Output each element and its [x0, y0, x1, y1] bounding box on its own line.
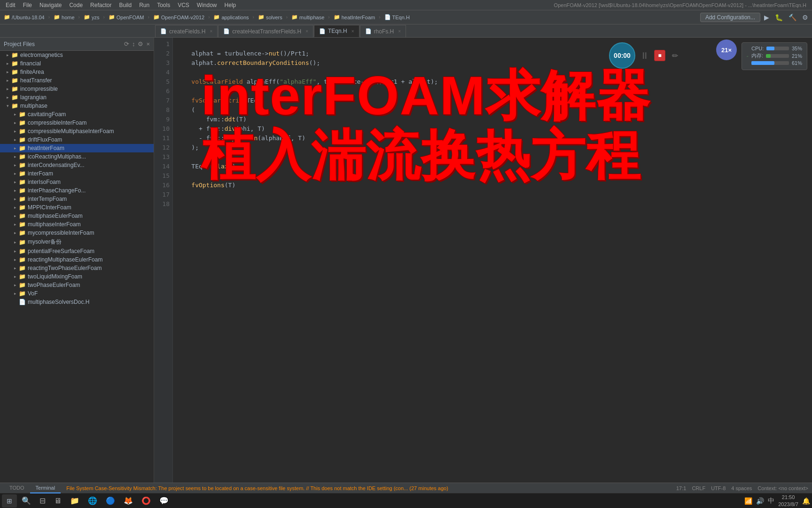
tree-item-compressibleinterfoam[interactable]: ▸ 📁 compressibleInterFoam — [0, 119, 154, 127]
taskbar-app-messaging[interactable]: 💬 — [156, 494, 172, 508]
tree-arrow: ▸ — [4, 87, 11, 91]
tree-item-mysolver备份[interactable]: ▸ 📁 mysolver备份 — [0, 237, 154, 247]
breadcrumb-home[interactable]: 📁 home — [52, 13, 77, 21]
tab-rhofs[interactable]: 📄 rhoFs.H × — [360, 25, 406, 37]
taskbar-search[interactable]: 🔍 — [18, 494, 35, 508]
start-button[interactable]: ⊞ — [2, 494, 17, 508]
taskbar-app-explorer[interactable]: 📁 — [66, 494, 83, 508]
breadcrumb-teqn[interactable]: 📄 TEqn.H — [383, 13, 412, 21]
breadcrumb-openfoam-v2012[interactable]: 📁 OpenFOAM-v2012 — [151, 13, 206, 21]
tree-item-multiphase[interactable]: ▾ 📁 multiphase — [0, 102, 154, 110]
code-area[interactable]: alphat = turbulence->nut()/Prt1; alphat.… — [173, 38, 812, 483]
tree-item-multiphasesolversdoc.h[interactable]: 📄 multiphaseSolversDoc.H — [0, 298, 154, 306]
file-icon: 📄 — [384, 14, 391, 20]
tree-item-driftfluxfoam[interactable]: ▸ 📁 driftFluxFoam — [0, 135, 154, 144]
tree-item-intercondensatingev...[interactable]: ▸ 📁 interCondensatingEv... — [0, 161, 154, 169]
tab-createfields[interactable]: 📄 createFields.H × — [155, 25, 218, 37]
add-configuration-button[interactable]: Add Configuration... — [700, 13, 760, 22]
settings-button[interactable]: ⚙ — [800, 13, 810, 22]
timer-pause-button[interactable]: ⏸ — [639, 50, 650, 61]
tree-item-interisofoam[interactable]: ▸ 📁 interIsoFoam — [0, 178, 154, 186]
tree-item-heatinterfoam[interactable]: ▸ 📁 heatInterFoam — [0, 144, 154, 152]
menu-refactor[interactable]: Refactor — [86, 2, 115, 8]
tree-item-multiphaseeulerfoam[interactable]: ▸ 📁 multiphaseEulerFoam — [0, 212, 154, 220]
tree-item-label: mycompressibleInterFoam — [28, 230, 94, 236]
menu-help[interactable]: Help — [221, 2, 240, 8]
tree-item-financial[interactable]: ▸ 📁 financial — [0, 59, 154, 68]
menu-file[interactable]: File — [19, 2, 36, 8]
menu-edit[interactable]: Edit — [2, 2, 19, 8]
bottom-tabs-bar: TODO Terminal File System Case-Sensitivi… — [0, 483, 812, 493]
taskbar-app-browser[interactable]: 🌐 — [84, 494, 101, 508]
breadcrumb-applications[interactable]: 📁 applications — [211, 13, 250, 21]
tree-item-lagrangian[interactable]: ▸ 📁 lagrangian — [0, 93, 154, 102]
tab-close-teqn[interactable]: × — [351, 29, 354, 34]
tab-terminal[interactable]: Terminal — [30, 483, 61, 493]
tree-item-icoreactingmultiphas...[interactable]: ▸ 📁 icoReactingMultiphas... — [0, 152, 154, 161]
tree-item-incompressible[interactable]: ▸ 📁 incompressible — [0, 85, 154, 93]
timer-stop-button[interactable]: ■ — [654, 50, 665, 61]
volume-icon[interactable]: 🔊 — [756, 497, 764, 505]
editor[interactable]: 1 2 3 4 5 6 7 8 9 10 11 12 13 14 15 16 1… — [154, 38, 812, 483]
taskbar-app-chrome[interactable]: ⭕ — [138, 494, 155, 508]
tab-teqn[interactable]: 📄 TEqn.H × — [314, 25, 359, 37]
breadcrumb-yzs[interactable]: 📁 yzs — [82, 13, 102, 21]
taskbar-app-clion[interactable]: 🔵 — [102, 494, 119, 508]
taskbar-app-firefox[interactable]: 🦊 — [120, 494, 137, 508]
tree-item-reactingtwophaseeulerfoam[interactable]: ▸ 📁 reactingTwoPhaseEulerFoam — [0, 264, 154, 272]
tree-item-cavitatingfoam[interactable]: ▸ 📁 cavitatingFoam — [0, 110, 154, 119]
tree-item-mycompressibleinterfoam[interactable]: ▸ 📁 mycompressibleInterFoam — [0, 229, 154, 237]
tree-item-mppicinterfoam[interactable]: ▸ 📁 MPPICInterFoam — [0, 203, 154, 212]
tab-createheattransfer[interactable]: 📄 createHeatTransferFields.H × — [218, 25, 313, 37]
tab-close-rhofs[interactable]: × — [398, 29, 401, 34]
menu-vcs[interactable]: VCS — [174, 2, 193, 8]
sidebar-icon-collapse[interactable]: ↕ — [132, 40, 135, 48]
tree-item-label: electromagnetics — [20, 52, 63, 58]
tree-item-heattransfer[interactable]: ▸ 📁 heatTransfer — [0, 76, 154, 85]
tree-item-vof[interactable]: ▸ 📁 VoF — [0, 289, 154, 298]
tree-item-twophaseeulerfoam[interactable]: ▸ 📁 twoPhaseEulerFoam — [0, 281, 154, 289]
build-button[interactable]: 🔨 — [787, 13, 798, 22]
tree-item-multiphaseinterfoam[interactable]: ▸ 📁 multiphaseInterFoam — [0, 220, 154, 229]
tree-item-twoliquidmixingfoam[interactable]: ▸ 📁 twoLiquidMixingFoam — [0, 272, 154, 281]
menu-build[interactable]: Build — [115, 2, 135, 8]
tree-item-label: financial — [20, 60, 41, 67]
taskbar-clock[interactable]: 21:50 2023/8/7 — [778, 494, 798, 508]
tree-item-potentialfreesurfacefoam[interactable]: ▸ 📁 potentialFreeSurfaceFoam — [0, 247, 154, 255]
run-button[interactable]: ▶ — [762, 13, 771, 22]
tree-item-finitearea[interactable]: ▸ 📁 finiteArea — [0, 68, 154, 76]
terminal-icon: 🖥 — [54, 497, 62, 505]
tab-todo[interactable]: TODO — [4, 483, 30, 493]
menu-window[interactable]: Window — [193, 2, 221, 8]
taskbar-taskview[interactable]: ⊟ — [36, 494, 49, 508]
tree-item-reactingmultiphaseeulerfoam[interactable]: ▸ 📁 reactingMultiphaseEulerFoam — [0, 255, 154, 264]
tree-item-intertempfoam[interactable]: ▸ 📁 interTempFoam — [0, 195, 154, 203]
taskbar-app-terminal[interactable]: 🖥 — [50, 494, 65, 508]
tab-close-heattransfer[interactable]: × — [305, 29, 308, 34]
menu-code[interactable]: Code — [65, 2, 86, 8]
menu-run[interactable]: Run — [135, 2, 153, 8]
breadcrumb-multiphase[interactable]: 📁 multiphase — [289, 13, 326, 21]
tree-arrow: ▸ — [11, 283, 19, 287]
tab-close-createfields[interactable]: × — [210, 29, 212, 34]
sidebar-icon-gear[interactable]: ⚙ — [138, 40, 143, 48]
menu-tools[interactable]: Tools — [153, 2, 174, 8]
tree-item-interphasechangefo...[interactable]: ▸ 📁 interPhaseChangeFo... — [0, 186, 154, 195]
breadcrumb-heatinterfoam[interactable]: 📁 heatInterFoam — [332, 13, 377, 21]
notification-icon[interactable]: 🔔 — [802, 497, 810, 505]
breadcrumb-ubuntu[interactable]: 📁 /Ubuntu-18.04 — [2, 13, 47, 21]
tree-item-electromagnetics[interactable]: ▸ 📁 electromagnetics — [0, 51, 154, 59]
sidebar-icon-refresh[interactable]: ⟳ — [124, 40, 129, 48]
breadcrumb-openfoam[interactable]: 📁 OpenFOAM — [107, 13, 146, 21]
tree-item-interfoam[interactable]: ▸ 📁 interFoam — [0, 169, 154, 178]
network-icon[interactable]: 📶 — [744, 497, 752, 505]
tree-item-label: potentialFreeSurfaceFoam — [28, 248, 94, 254]
breadcrumb-solvers[interactable]: 📁 solvers — [256, 13, 284, 21]
timer-edit-button[interactable]: ✏ — [669, 50, 680, 61]
tree-item-compressiblemultiphaseinterfoam[interactable]: ▸ 📁 compressibleMultiphaseInterFoam — [0, 127, 154, 135]
menu-navigate[interactable]: Navigate — [36, 2, 65, 8]
debug-button[interactable]: 🐛 — [773, 13, 785, 22]
sidebar-icon-close[interactable]: × — [146, 40, 150, 48]
input-icon[interactable]: 中 — [768, 497, 774, 505]
tree-item-label: interPhaseChangeFo... — [28, 187, 86, 194]
